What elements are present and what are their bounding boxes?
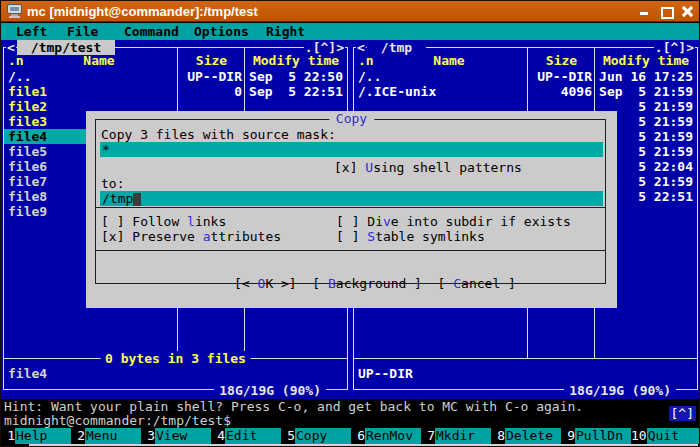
marked-files-summary: 0 bytes in 3 files bbox=[100, 351, 251, 366]
menubar: Left File Command Options Right bbox=[1, 23, 700, 40]
fkey-help[interactable]: 1Help bbox=[1, 428, 71, 444]
right-panel-path[interactable]: /tmp bbox=[367, 40, 426, 55]
file-row[interactable]: file10Sep 5 22:51 bbox=[4, 84, 347, 99]
fkey-view[interactable]: 3View bbox=[141, 428, 211, 444]
right-sort-indicator[interactable]: .n bbox=[358, 53, 374, 68]
fkey-mkdir[interactable]: 7Mkdir bbox=[421, 428, 491, 444]
dive-into-subdir-checkbox[interactable]: [ ] Dive into subdir if exists bbox=[336, 214, 571, 229]
copy-dialog: Copy Copy 3 files with source mask: * [x… bbox=[86, 111, 617, 308]
destination-input[interactable]: /tmp bbox=[100, 191, 603, 206]
left-column-size[interactable]: Size bbox=[179, 53, 244, 68]
menu-options[interactable]: Options bbox=[194, 24, 249, 39]
left-panel-history-back-icon[interactable]: < bbox=[6, 40, 16, 55]
stable-symlinks-checkbox[interactable]: [ ] Stable symlinks bbox=[336, 229, 485, 244]
fkey-delete[interactable]: 8Delete bbox=[491, 428, 561, 444]
file-row[interactable]: /.ICE-unix4096Sep 5 21:59 bbox=[354, 84, 697, 99]
copy-prompt: Copy 3 files with source mask: bbox=[101, 127, 336, 142]
window-title: mc [midnight@commander]:/tmp/test bbox=[27, 3, 258, 20]
menu-left[interactable]: Left bbox=[16, 24, 47, 39]
left-mini-status: file4 bbox=[8, 366, 47, 381]
close-icon[interactable] bbox=[682, 5, 695, 18]
ok-button[interactable]: [< OK >] bbox=[234, 276, 297, 291]
terminal-app-icon bbox=[7, 4, 23, 18]
right-disk-usage: 18G/19G (90%) bbox=[564, 383, 676, 398]
fkey-pulldn[interactable]: 9PullDn bbox=[561, 428, 631, 444]
fkey-renmov[interactable]: 6RenMov bbox=[351, 428, 421, 444]
function-key-bar: 1Help 2Menu 3View 4Edit 5Copy 6RenMov 7M… bbox=[1, 428, 700, 444]
fkey-edit[interactable]: 4Edit bbox=[211, 428, 281, 444]
right-column-mtime[interactable]: Modify time bbox=[596, 53, 696, 68]
left-panel-up-icon[interactable]: .[^]> bbox=[304, 40, 345, 55]
menu-command[interactable]: Command bbox=[124, 24, 179, 39]
left-sort-indicator[interactable]: .n bbox=[8, 53, 24, 68]
preserve-attributes-checkbox[interactable]: [x] Preserve attributes bbox=[101, 229, 281, 244]
hint-line: Hint: Want your plain shell? Press C-o, … bbox=[4, 399, 583, 414]
left-column-name[interactable]: Name bbox=[24, 53, 174, 68]
fkey-menu[interactable]: 2Menu bbox=[71, 428, 141, 444]
fkey-copy[interactable]: 5Copy bbox=[281, 428, 351, 444]
source-mask-input[interactable]: * bbox=[100, 142, 603, 157]
left-panel-path[interactable]: /tmp/test bbox=[17, 40, 115, 55]
right-column-size[interactable]: Size bbox=[529, 53, 594, 68]
shell-prompt-line[interactable]: midnight@commander:/tmp/test$ bbox=[4, 413, 231, 428]
shell-patterns-checkbox[interactable]: [x] Using shell patterns bbox=[334, 160, 522, 175]
fkey-quit[interactable]: 10Quit bbox=[631, 428, 700, 444]
mc-window: mc [midnight@commander]:/tmp/test Left F… bbox=[0, 0, 700, 447]
left-column-mtime[interactable]: Modify time bbox=[246, 53, 346, 68]
window-titlebar[interactable]: mc [midnight@commander]:/tmp/test bbox=[1, 1, 700, 22]
dialog-title: Copy bbox=[329, 111, 374, 126]
follow-links-checkbox[interactable]: [ ] Follow links bbox=[101, 214, 226, 229]
left-disk-usage: 18G/19G (90%) bbox=[214, 383, 326, 398]
right-column-name[interactable]: Name bbox=[374, 53, 524, 68]
menu-file[interactable]: File bbox=[67, 24, 98, 39]
right-mini-status: UP--DIR bbox=[358, 366, 413, 381]
file-row[interactable]: /..UP--DIRJun 16 17:25 bbox=[354, 69, 697, 84]
background-button[interactable]: [ Background ] bbox=[312, 276, 422, 291]
file-row[interactable]: /..UP--DIRSep 5 22:50 bbox=[4, 69, 347, 84]
right-panel-up-icon[interactable]: .[^]> bbox=[654, 40, 695, 55]
maximize-icon[interactable] bbox=[660, 5, 673, 18]
menu-right[interactable]: Right bbox=[266, 24, 305, 39]
text-cursor bbox=[133, 193, 141, 206]
panel-toggle-badge[interactable]: [^] bbox=[669, 406, 696, 421]
to-label: to: bbox=[101, 176, 124, 191]
cancel-button[interactable]: [ Cancel ] bbox=[438, 276, 516, 291]
minimize-icon[interactable] bbox=[638, 5, 651, 18]
right-panel-history-back-icon[interactable]: < bbox=[356, 40, 366, 55]
